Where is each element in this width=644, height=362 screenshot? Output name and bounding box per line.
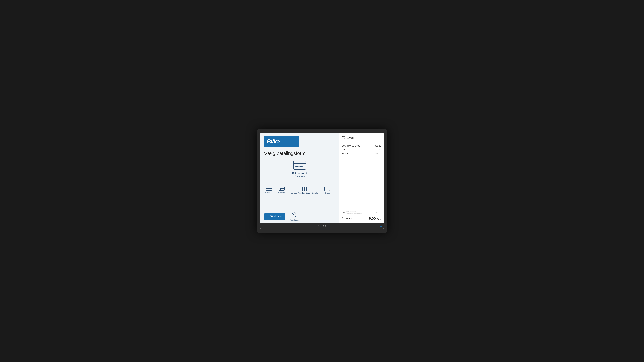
order-lines: CULT MANGO 0,33L 8,95 kr. PANT 1,00 kr. …	[342, 145, 381, 207]
power-indicator	[380, 226, 382, 227]
wallet-icon	[324, 187, 330, 191]
kobekort-icon	[279, 187, 284, 191]
flaskebon-label: Flaskebon Voucher, Digitale Gavekort	[290, 192, 319, 194]
bilka-logo-text: Bilka	[267, 138, 280, 145]
ovrige-option[interactable]: Øvrige	[322, 187, 332, 194]
back-button-label: Gå tilbage	[270, 215, 282, 218]
total-section: I alt Activate WindowsGo to Settings to …	[342, 211, 381, 221]
order-line-price-2: -3,95 kr.	[374, 152, 381, 155]
activate-windows-notice: Activate WindowsGo to Settings to activa…	[345, 211, 374, 214]
cart-header: 1 vare	[342, 136, 381, 142]
total-value: 6,00 kr.	[374, 211, 381, 214]
order-line-1: PANT 1,00 kr.	[342, 149, 381, 151]
back-button[interactable]: ‹ Gå tilbage	[264, 213, 285, 220]
order-line-name-1: PANT	[342, 149, 374, 151]
right-panel: 1 vare CULT MANGO 0,33L 8,95 kr. PANT 1,…	[339, 133, 384, 223]
bilka-logo: Bilka	[264, 136, 299, 147]
order-divider	[342, 209, 381, 209]
page-title: Vælg betalingsform	[264, 151, 335, 156]
kiosk-screen: Bilka Vælg betalingsform Betalingskortpå…	[260, 133, 384, 229]
total-line: I alt Activate WindowsGo to Settings to …	[342, 211, 381, 214]
order-line-name-2: RABAT	[342, 152, 374, 155]
svg-point-0	[294, 214, 295, 215]
kiosk-bezel: Bilka Vælg betalingsform Betalingskortpå…	[256, 129, 388, 233]
order-line-price-0: 8,95 kr.	[374, 145, 381, 147]
kobekort-option[interactable]: Købekort	[277, 187, 286, 194]
ncr-footer: ⊛ NCR	[260, 223, 384, 229]
assistance-button[interactable]: ◯ Assistance	[290, 212, 299, 221]
bottom-bar: ‹ Gå tilbage ◯ Assistance	[260, 210, 339, 223]
total-label: I alt	[342, 211, 345, 214]
order-line-0: CULT MANGO 0,33L 8,95 kr.	[342, 145, 381, 147]
credit-card-icon	[293, 161, 306, 169]
barcode-icon	[302, 187, 307, 191]
main-payment-label: Betalingskortpå beløbet	[292, 171, 307, 179]
assistance-person-icon	[292, 213, 296, 218]
pay-line: At betale 6,00 kr.	[342, 215, 381, 221]
giftcard-icon	[266, 187, 272, 191]
left-panel: Bilka Vælg betalingsform Betalingskortpå…	[260, 133, 339, 223]
assistance-label: Assistance	[290, 219, 299, 221]
flaskebon-option[interactable]: Flaskebon Voucher, Digitale Gavekort	[290, 187, 319, 194]
order-line-price-1: 1,00 kr.	[374, 149, 381, 151]
cart-icon	[342, 136, 346, 140]
secondary-options: Gavekort Købekort	[264, 184, 335, 194]
back-arrow-icon: ‹	[268, 215, 269, 218]
order-line-name-0: CULT MANGO 0,33L	[342, 145, 374, 147]
pay-label: At betale	[342, 217, 352, 220]
svg-point-1	[343, 139, 344, 139]
order-line-2: RABAT -3,95 kr.	[342, 152, 381, 155]
gavekort-option[interactable]: Gavekort	[264, 187, 274, 194]
kobekort-label: Købekort	[278, 192, 286, 194]
gavekort-label: Gavekort	[266, 192, 273, 194]
pay-value: 6,00 kr.	[369, 216, 381, 221]
cart-count: 1 vare	[347, 136, 354, 139]
main-payment-option[interactable]: Betalingskortpå beløbet	[264, 161, 335, 179]
ncr-label: ⊛ NCR	[318, 225, 326, 227]
svg-point-2	[344, 139, 345, 139]
ovrige-label: Øvrige	[324, 192, 330, 194]
